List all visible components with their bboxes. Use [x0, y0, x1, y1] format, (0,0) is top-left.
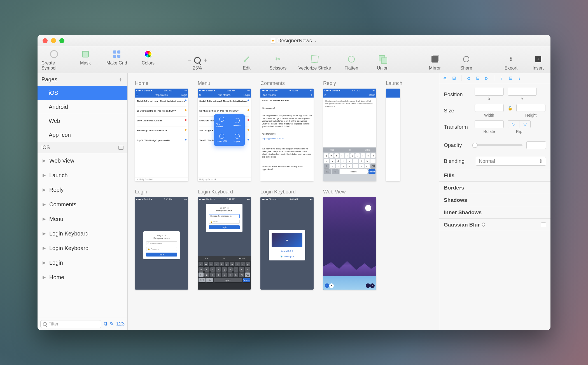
zoom-level: 25% — [193, 66, 202, 71]
mirror-icon — [431, 56, 438, 63]
artboard-item[interactable]: ▶Login — [38, 255, 127, 270]
page-item[interactable]: Web — [38, 114, 127, 128]
zoom-out-button[interactable]: − — [188, 57, 191, 64]
artboard-item[interactable]: ▶Comments — [38, 197, 127, 212]
chevron-right-icon: ▶ — [43, 173, 46, 178]
align-v-center-button[interactable]: ⊟ — [507, 76, 514, 81]
layers-panel: Pages ＋ iOSAndroidWebApp Icon iOS ▶Web V… — [38, 73, 128, 330]
vector-icon — [311, 55, 319, 63]
union-icon — [379, 55, 387, 63]
inspector-section[interactable]: Shadows — [439, 194, 550, 206]
artboard-login[interactable]: Login ●●●●● Sketch ▾9:41 AM◂▪▪ Log in to… — [135, 189, 188, 290]
artboard-reply[interactable]: Reply ●●●●● Sketch ▾9:41 AM◂▪▪ ✕Send Des… — [323, 80, 376, 181]
insert-button[interactable]: +Insert — [530, 54, 547, 71]
flip-v-button[interactable]: ▽ — [519, 121, 530, 128]
magnifier-icon — [194, 57, 201, 64]
chevron-right-icon: ▶ — [43, 231, 46, 236]
titlebar: DesignerNews ⌄ — [38, 35, 550, 46]
chevron-right-icon: ▶ — [43, 158, 46, 163]
share-button[interactable]: Share — [454, 54, 479, 71]
mask-button[interactable]: Mask — [73, 49, 98, 71]
opacity-input[interactable] — [526, 141, 546, 149]
pages-header: Pages ＋ — [38, 73, 127, 86]
zoom-in-button[interactable]: + — [204, 57, 207, 64]
artboard-home[interactable]: Home ●●●●● Sketch ▾9:41 AM◂▪▪ ☰Top stori… — [135, 80, 188, 181]
document-title[interactable]: DesignerNews ⌄ — [38, 38, 550, 44]
pencil-icon — [244, 56, 249, 62]
union-button[interactable]: Union — [370, 54, 395, 71]
chevron-right-icon: ▶ — [43, 260, 46, 265]
artboard-comments[interactable]: Comments ●●●●● Sketch ▾9:41 AM◂▪▪ ‹ Top … — [260, 80, 314, 181]
width-input[interactable] — [475, 104, 504, 112]
grid-icon — [113, 50, 120, 58]
artboard-login-keyboard-2[interactable]: Login Keyboard ●●●●● Sketch ▾9:41 AM◂▪▪ … — [260, 189, 314, 290]
page-item[interactable]: App Icon — [38, 128, 127, 142]
flatten-button[interactable]: Flatten — [339, 54, 364, 71]
artboard-item[interactable]: ▶Home — [38, 270, 127, 285]
inspector-section[interactable]: Fills — [439, 169, 550, 182]
color-wheel-icon — [144, 50, 152, 58]
page-item[interactable]: Android — [38, 100, 127, 114]
share-icon — [463, 56, 469, 62]
artboard-menu[interactable]: Menu ●●●●● Sketch ▾9:41 AM◂▪▪ ✕Top stori… — [198, 80, 251, 181]
artboard-item[interactable]: ▶Menu — [38, 212, 127, 226]
rotate-input[interactable] — [475, 120, 504, 128]
flip-h-button[interactable]: ▷ — [508, 121, 519, 128]
page-item[interactable]: iOS — [38, 86, 127, 100]
plus-icon: + — [535, 56, 541, 62]
edit-button[interactable]: Edit — [234, 54, 259, 71]
artboard-item[interactable]: ▶Login Keyboard — [38, 226, 127, 241]
inspector-section[interactable]: Gaussian Blur ⇕ — [439, 219, 550, 231]
align-bottom-button[interactable]: ⫰ — [516, 76, 523, 81]
inspector-section[interactable]: Inner Shadows — [439, 206, 550, 219]
blur-checkbox[interactable] — [541, 222, 546, 227]
lock-aspect-button[interactable]: 🔓 — [508, 106, 512, 110]
scissors-button[interactable]: ✂Scissors — [265, 54, 291, 71]
chevron-right-icon: ▶ — [43, 275, 46, 280]
filter-input[interactable]: Filter — [40, 320, 101, 328]
artboard-item[interactable]: ▶Login Keyboard — [38, 241, 127, 255]
inspector-section[interactable]: Borders — [439, 182, 550, 194]
artboard-web-view[interactable]: Web View ✕●‹› — [323, 189, 376, 290]
alignment-tools: ⫷⊟ ⫏⊞⫐ ⫯⊟⫰ — [439, 73, 550, 83]
artboard-item[interactable]: ▶Web View — [38, 153, 127, 168]
app-window: DesignerNews ⌄ Create Symbol Mask Make G… — [38, 35, 550, 330]
layers-toggle-button[interactable]: ✎ — [110, 321, 114, 327]
chevron-right-icon: ▶ — [43, 246, 46, 251]
flip-buttons[interactable]: ▷▽ — [508, 120, 531, 128]
make-grid-button[interactable]: Make Grid — [104, 49, 129, 71]
toolbar: Create Symbol Mask Make Grid Colors −+ 2… — [38, 46, 550, 73]
position-y-input[interactable] — [508, 88, 537, 96]
mask-icon — [82, 51, 89, 57]
artboard-item[interactable]: ▶Reply — [38, 182, 127, 197]
artboard-login-keyboard-1[interactable]: Login Keyboard ●●●●● Sketch ▾9:41 AM◂▪▪ … — [198, 189, 251, 290]
menu-icon: ☰ — [136, 94, 138, 96]
opacity-slider[interactable] — [472, 144, 522, 146]
chevron-updown-icon: ⇕ — [539, 158, 543, 164]
align-left-button[interactable]: ⫷ — [442, 76, 448, 81]
mirror-button[interactable]: Mirror — [422, 54, 447, 71]
create-symbol-button[interactable]: Create Symbol — [41, 49, 67, 71]
export-button[interactable]: ⇪Export — [498, 54, 524, 71]
section-header[interactable]: iOS — [38, 142, 127, 153]
position-x-input[interactable] — [475, 88, 504, 96]
blending-select[interactable]: Normal⇕ — [476, 157, 546, 166]
align-h-center-button[interactable]: ⊞ — [474, 76, 481, 81]
height-input[interactable] — [516, 104, 545, 112]
vectorize-stroke-button[interactable]: Vectorize Stroke — [297, 54, 333, 71]
align-center-h-button[interactable]: ⊟ — [451, 76, 457, 81]
artboard-launch[interactable]: Launch — [386, 80, 439, 181]
chevron-right-icon: ▶ — [43, 202, 46, 207]
zoom-control[interactable]: −+ 25% — [188, 57, 207, 71]
chevron-down-icon: ⌄ — [314, 38, 317, 43]
align-top-button[interactable]: ⫯ — [498, 76, 505, 81]
scissors-icon: ✂ — [273, 54, 283, 64]
colors-button[interactable]: Colors — [136, 49, 161, 71]
align-right-edges-button[interactable]: ⫐ — [483, 76, 490, 81]
document-icon — [271, 38, 275, 43]
canvas[interactable]: Home ●●●●● Sketch ▾9:41 AM◂▪▪ ☰Top stori… — [128, 73, 439, 330]
align-left-edges-button[interactable]: ⫏ — [465, 76, 472, 81]
artboard-item[interactable]: ▶Launch — [38, 168, 127, 182]
pages-toggle-button[interactable]: ⧉ — [104, 321, 108, 327]
add-page-button[interactable]: ＋ — [117, 75, 123, 84]
